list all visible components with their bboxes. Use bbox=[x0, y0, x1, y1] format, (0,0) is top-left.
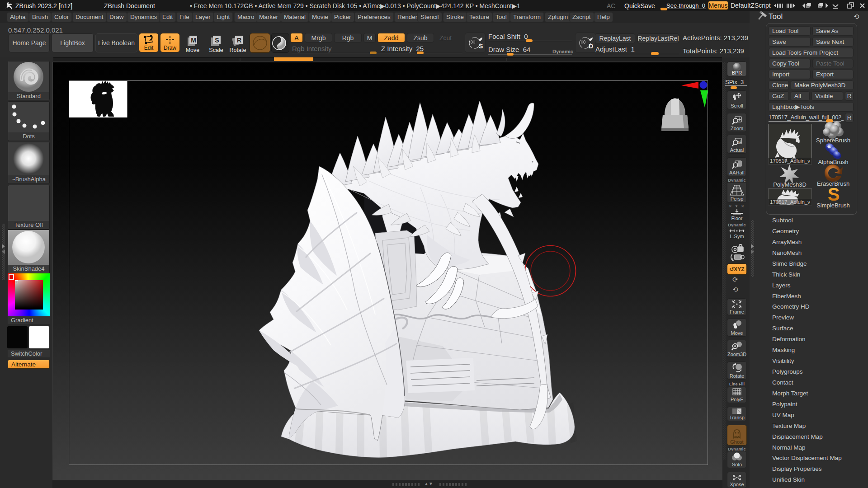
svg-text:M: M bbox=[191, 37, 196, 44]
svg-text:Move: Move bbox=[186, 47, 200, 53]
svg-text:D: D bbox=[589, 42, 593, 50]
svg-text:S: S bbox=[215, 37, 219, 44]
svg-text:x1: x1 bbox=[738, 140, 742, 144]
svg-text:R: R bbox=[237, 37, 241, 44]
svg-text:S: S bbox=[828, 184, 840, 204]
svg-text:Rotate: Rotate bbox=[230, 47, 246, 53]
svg-text:S: S bbox=[479, 42, 483, 50]
svg-text:Scale: Scale bbox=[209, 47, 223, 53]
